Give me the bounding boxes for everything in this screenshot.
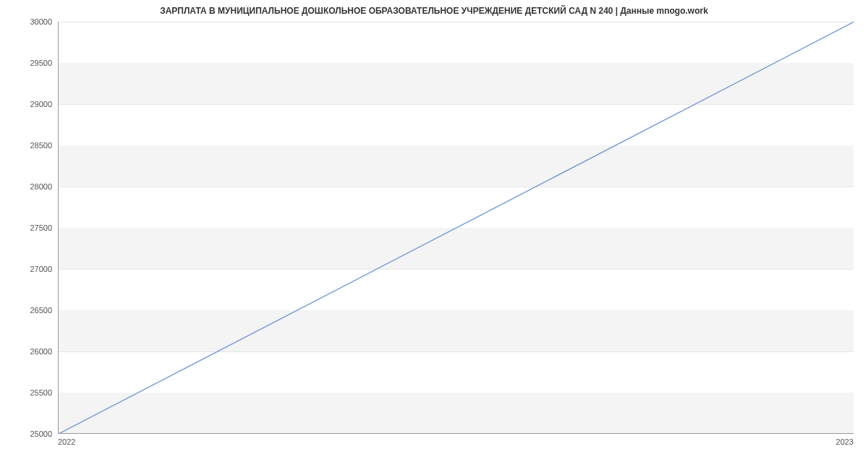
y-tick: 28000 bbox=[9, 182, 52, 191]
x-tick-start: 2022 bbox=[58, 437, 75, 446]
y-tick: 29500 bbox=[9, 59, 52, 67]
y-tick: 27500 bbox=[9, 223, 52, 232]
y-tick: 30000 bbox=[9, 17, 52, 26]
y-tick: 28500 bbox=[9, 141, 52, 150]
y-tick: 25500 bbox=[9, 388, 52, 397]
x-tick-end: 2023 bbox=[836, 437, 854, 446]
y-tick: 26000 bbox=[9, 347, 52, 356]
y-tick: 26500 bbox=[9, 306, 52, 315]
plot-area bbox=[58, 22, 854, 434]
salary-line-chart: ЗАРПЛАТА В МУНИЦИПАЛЬНОЕ ДОШКОЛЬНОЕ ОБРА… bbox=[0, 0, 868, 470]
chart-title: ЗАРПЛАТА В МУНИЦИПАЛЬНОЕ ДОШКОЛЬНОЕ ОБРА… bbox=[0, 6, 868, 16]
y-tick: 27000 bbox=[9, 265, 52, 273]
y-tick: 29000 bbox=[9, 100, 52, 108]
data-line bbox=[59, 22, 854, 434]
y-tick: 25000 bbox=[9, 430, 52, 438]
